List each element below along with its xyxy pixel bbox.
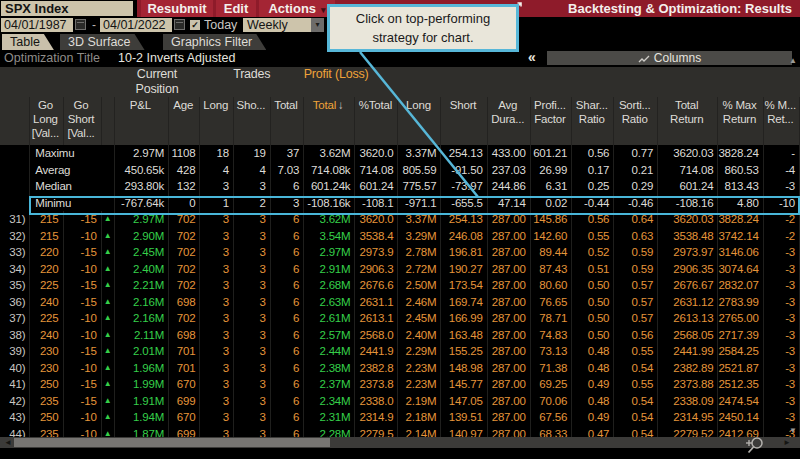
table-row[interactable]: 35)225-15▲2.21M7023362.68M2676.62.50M173…	[0, 277, 800, 294]
table-cell: 3	[200, 409, 234, 426]
column-header-18[interactable]: % Max Return	[718, 97, 763, 145]
group-header-current-position: Current Position	[114, 67, 200, 97]
column-header-10[interactable]: %Total	[355, 97, 398, 145]
table-cell: 2765.00	[718, 310, 763, 327]
table-row[interactable]: 42)235-15▲1.91M6993362.34M2338.02.19M147…	[0, 393, 800, 410]
table-cell: 3	[234, 277, 271, 294]
table-cell: 3	[234, 327, 271, 344]
horizontal-scrollbar[interactable]: ◄ ►	[0, 437, 800, 448]
chart-icon	[638, 55, 650, 64]
column-header-8[interactable]: Total	[270, 97, 303, 145]
table-cell: 2568.05	[658, 327, 718, 344]
summary-cell: 601.24	[355, 178, 398, 195]
table-cell: 699	[169, 393, 200, 410]
summary-cell: 601.21	[530, 145, 571, 162]
start-date-field[interactable]: 04/01/1987	[1, 18, 73, 32]
summary-cell: -4	[763, 162, 799, 179]
table-row[interactable]: 34)220-10▲2.40M7023362.91M2906.32.72M190…	[0, 261, 800, 278]
period-select[interactable]: Weekly	[243, 18, 311, 32]
column-header-6[interactable]: Long	[200, 97, 234, 145]
tab-graphics-filter[interactable]: Graphics Filter	[163, 34, 266, 50]
table-cell: 0.50	[572, 277, 614, 294]
table-cell: 2613.13	[658, 310, 718, 327]
column-header-14[interactable]: Profi... Factor	[530, 97, 571, 145]
table-cell: 39)	[0, 343, 30, 360]
column-header-2[interactable]: Go Short [Val...	[63, 97, 101, 145]
scroll-right-icon[interactable]: ►	[781, 437, 793, 448]
table-cell: 3.54M	[304, 228, 355, 245]
table-cell: 2783.99	[718, 294, 763, 311]
column-header-3[interactable]	[101, 97, 114, 145]
column-header-19[interactable]: % M... Ret...	[763, 97, 799, 145]
table-cell: ▲	[101, 244, 114, 261]
column-header-7[interactable]: Sho...	[234, 97, 271, 145]
summary-cell: -0.46	[614, 195, 658, 212]
table-cell: 70.06	[530, 393, 571, 410]
table-row[interactable]: 43)250-10▲1.94M6703362.31M2314.92.18M139…	[0, 409, 800, 426]
tab-table[interactable]: Table	[2, 34, 54, 50]
table-row[interactable]: 38)240-10▲2.11M6983362.57M2568.02.40M163…	[0, 327, 800, 344]
summary-cell: 0.17	[572, 162, 614, 179]
chevron-down-icon[interactable]: ▾	[311, 18, 324, 32]
summary-cell: 2.97M	[114, 145, 168, 162]
table-cell: 80.60	[530, 277, 571, 294]
table-row[interactable]: 39)230-15▲2.01M7013362.44M2441.92.29M155…	[0, 343, 800, 360]
table-cell: 6	[270, 327, 303, 344]
table-cell: 215	[30, 211, 63, 228]
column-header-4[interactable]: P&L	[114, 97, 168, 145]
table-cell: 3	[200, 343, 234, 360]
table-cell: 698	[169, 327, 200, 344]
scroll-left-icon[interactable]: ◄	[2, 437, 14, 448]
actions-button[interactable]: Actions▾	[259, 0, 335, 17]
table-row[interactable]: 37)225-10▲2.16M7023362.61M2613.12.45M166…	[0, 310, 800, 327]
summary-cell: -655.5	[441, 195, 487, 212]
table-row[interactable]: 32)215-10▲2.90M7023363.54M3538.43.29M246…	[0, 228, 800, 245]
edit-button[interactable]: Edit	[216, 0, 256, 17]
summary-cell: -	[763, 145, 799, 162]
table-cell: -15	[63, 393, 101, 410]
column-header-1[interactable]: Go Long [Val...	[30, 97, 63, 145]
summary-cell: 0.02	[530, 195, 571, 212]
table-cell: -10	[63, 327, 101, 344]
calendar-icon[interactable]	[174, 19, 185, 30]
columns-button[interactable]: Columns	[547, 51, 792, 65]
zoom-plus-icon[interactable]	[744, 434, 766, 456]
scroll-down-icon[interactable]: ▼	[789, 427, 797, 435]
table-cell: 0.56	[614, 327, 658, 344]
table-cell: 0.50	[572, 294, 614, 311]
column-header-0[interactable]	[0, 97, 30, 145]
date-range-dash: -	[92, 17, 96, 33]
table-cell: 3	[234, 376, 271, 393]
column-header-17[interactable]: Total Return	[658, 97, 718, 145]
collapse-chevrons-icon[interactable]: «	[528, 50, 536, 65]
table-cell: 0.56	[572, 211, 614, 228]
table-row[interactable]: 36)240-15▲2.16M6983362.63M2631.12.46M169…	[0, 294, 800, 311]
resubmit-button[interactable]: Resubmit	[141, 0, 213, 17]
table-row[interactable]: 40)230-10▲1.96M7013362.38M2382.82.23M148…	[0, 360, 800, 377]
table-cell: 3	[200, 360, 234, 377]
column-header-12[interactable]: Short	[441, 97, 487, 145]
end-date-field[interactable]: 04/01/2022	[100, 18, 172, 32]
table-cell: 3828.24	[718, 211, 763, 228]
summary-cell: 1	[200, 195, 234, 212]
table-cell: -2	[763, 228, 799, 245]
column-header-11[interactable]: Long	[398, 97, 441, 145]
table-row[interactable]: 41)250-15▲1.99M6703362.37M2373.82.23M145…	[0, 376, 800, 393]
group-header-profit-loss: Profit (Loss)	[304, 67, 800, 97]
column-header-13[interactable]: Avg Dura...	[487, 97, 530, 145]
security-input[interactable]: SPX Index	[1, 1, 133, 16]
scrollbar-thumb[interactable]	[14, 438, 330, 447]
column-header-16[interactable]: Sorti... Ratio	[614, 97, 658, 145]
table-cell: 0.49	[572, 376, 614, 393]
calendar-icon[interactable]	[75, 19, 86, 30]
table-row[interactable]: 33)220-15▲2.45M7023362.97M2973.92.78M196…	[0, 244, 800, 261]
column-header-5[interactable]: Age	[169, 97, 200, 145]
tab-3d-surface[interactable]: 3D Surface	[60, 34, 145, 50]
column-header-15[interactable]: Shar... Ratio	[572, 97, 614, 145]
today-checkbox[interactable]: ✓	[190, 20, 200, 30]
summary-cell: 132	[169, 178, 200, 195]
scroll-up-icon[interactable]: ▲	[789, 57, 797, 65]
table-cell: 3	[234, 343, 271, 360]
column-header-9[interactable]: Total↓	[304, 97, 355, 145]
table-row[interactable]: 31)215-15▲2.97M7023363.62M3620.03.37M254…	[0, 211, 800, 228]
